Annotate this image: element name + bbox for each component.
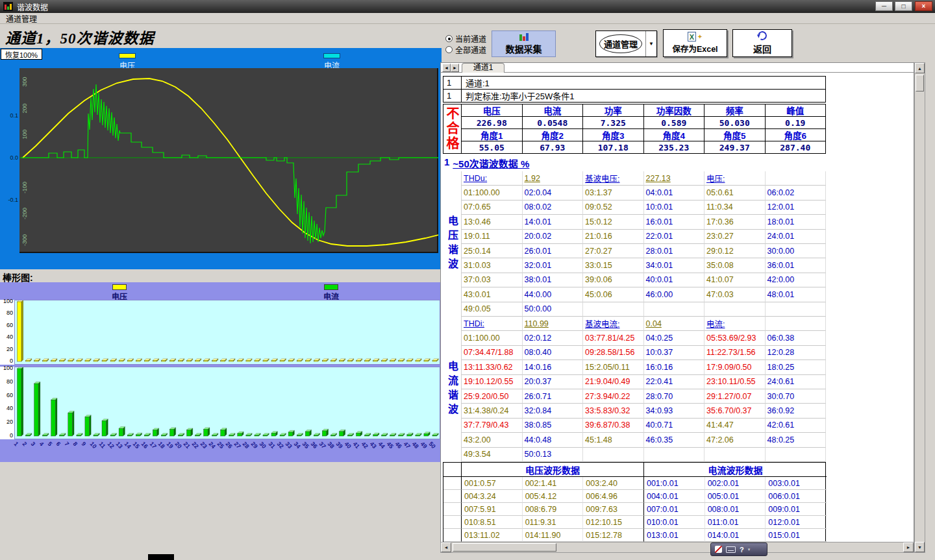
criteria-row-index: 1 xyxy=(443,90,462,102)
bar-legend-current: 电流 xyxy=(323,284,339,302)
channel-manage-button[interactable]: 通道管理 ▼ xyxy=(595,30,657,57)
maximize-button[interactable]: □ xyxy=(895,1,912,11)
bar-chart-section-label: 棒形图: xyxy=(3,271,33,284)
titlebar: 谐波数据 ─ □ × xyxy=(0,0,935,13)
horizontal-scrollbar[interactable]: ◄ ► xyxy=(440,542,914,553)
criteria-row-text: 判定标准:功率小于25W条件1 xyxy=(462,90,575,102)
data-collect-label: 数据采集 xyxy=(506,42,542,55)
channel-row-index: 1 xyxy=(443,77,462,89)
scroll-down-icon[interactable]: ▼ xyxy=(915,542,925,552)
ime-toolbar[interactable]: ? ▾ xyxy=(710,542,767,556)
ime-options-icon[interactable]: ▾ xyxy=(748,547,751,552)
restore-zoom-button[interactable]: 恢复100% xyxy=(1,49,42,60)
harmonics-title-index: 1 xyxy=(444,156,449,170)
current-harmonics-grid: THDi:110.99基波电流:0.04电流:01:100.0002:0.120… xyxy=(461,317,826,462)
help-icon[interactable]: ? xyxy=(740,546,744,554)
current-harmonics-side-label: 电流谐波 xyxy=(443,317,461,462)
radio-all-channels-icon[interactable] xyxy=(445,46,453,53)
refresh-return-icon xyxy=(756,30,768,42)
page-title: 通道1，50次谐波数据 xyxy=(5,26,155,48)
app-window: 谐波数据 ─ □ × 通道管理 通道1，50次谐波数据 恢复100% 电压 电流… xyxy=(0,0,935,560)
excel-icon: X ✦ xyxy=(688,32,703,42)
current-bar-swatch-icon xyxy=(324,284,338,290)
tab-scroll-left-icon[interactable]: ◄ xyxy=(442,64,451,72)
channel-row-text: 通道:1 xyxy=(462,77,490,89)
radio-current-channel-label: 当前通道 xyxy=(455,33,486,44)
pen-input-icon[interactable] xyxy=(715,546,722,553)
tab-channel-1[interactable]: 通道1 xyxy=(462,63,505,73)
radio-all-channels[interactable]: 全部通道 xyxy=(445,44,486,55)
window-title: 谐波数据 xyxy=(17,1,48,12)
bar-x-axis: 1234567891011121314151617181920212223242… xyxy=(0,439,442,462)
channel-manage-label: 通道管理 xyxy=(599,34,642,53)
waveform-table-header: 电压波形数据 电流波形数据 xyxy=(443,463,825,477)
waveform-header-spacer xyxy=(443,463,462,477)
data-collect-icon xyxy=(519,33,529,41)
save-excel-label: 保存为Excel xyxy=(672,42,717,55)
menu-channel-management[interactable]: 通道管理 xyxy=(6,13,37,24)
harmonics-title: 1 ~50次谐波数据 % xyxy=(444,156,529,170)
current-waveform-header: 电流波形数据 xyxy=(644,463,827,477)
summary-grid: 电压电流功率功率因数频率峰值226.980.05487.3250.58950.0… xyxy=(461,104,826,154)
app-icon xyxy=(3,2,13,11)
back-button[interactable]: 返回 xyxy=(732,29,792,57)
close-button[interactable]: × xyxy=(915,1,932,11)
data-collect-button[interactable]: 数据采集 xyxy=(492,30,556,57)
vertical-scrollbar-thumb[interactable] xyxy=(916,75,924,91)
waveform-chart-panel: 电压 电流 0.10.0-0.1 300200100-100-200-300 xyxy=(0,48,442,269)
criteria-row: 1 判定标准:功率小于25W条件1 xyxy=(443,90,825,103)
voltage-bar-y-axis: 100806040200 xyxy=(0,300,14,365)
channel-row: 1 通道:1 xyxy=(443,77,825,90)
horizontal-scrollbar-thumb[interactable] xyxy=(453,543,556,552)
voltage-harmonics-grid: THDu:1.92基波电压:227.13电压:01:100.0002:0.040… xyxy=(461,171,826,317)
voltage-harmonics-side-label: 电压谐波 xyxy=(443,171,461,317)
waveform-plot: 300200100-100-200-300 xyxy=(19,68,438,253)
save-excel-button[interactable]: X ✦ 保存为Excel xyxy=(663,29,727,57)
scroll-left-icon[interactable]: ◄ xyxy=(441,542,451,552)
current-bar-y-axis: 100806040200 xyxy=(0,367,14,439)
radio-all-channels-label: 全部通道 xyxy=(455,44,486,55)
verdict-badge: 不合格 xyxy=(443,104,462,154)
tab-scroll-right-icon[interactable]: ► xyxy=(451,64,459,72)
waveform-rows: 001:0.57002:1.41003:2.40001:0.01002:0.01… xyxy=(443,477,825,542)
bar-legend-voltage: 电压 xyxy=(112,284,127,302)
tab-strip-line xyxy=(440,72,914,73)
voltage-swatch-icon xyxy=(119,53,136,58)
scroll-up-icon[interactable]: ▲ xyxy=(915,63,925,73)
voltage-waveform-header: 电压波形数据 xyxy=(462,463,644,477)
current-bar-svg xyxy=(14,367,440,439)
vertical-scrollbar[interactable]: ▲ ▼ xyxy=(914,62,925,553)
bar-chart-panel: 电压 电流 100806040200 100806040200 12345678… xyxy=(0,282,442,462)
scroll-right-icon[interactable]: ► xyxy=(903,542,914,552)
menubar: 通道管理 xyxy=(0,13,935,24)
chevron-down-icon[interactable]: ▼ xyxy=(646,41,656,47)
radio-current-channel[interactable]: 当前通道 xyxy=(445,33,486,44)
wave-svg xyxy=(19,68,438,253)
minimize-button[interactable]: ─ xyxy=(875,1,893,11)
summary-rows: 1 通道:1 1 判定标准:功率小于25W条件1 xyxy=(443,76,826,103)
keyboard-icon[interactable] xyxy=(726,546,736,553)
voltage-bar-swatch-icon xyxy=(112,284,127,290)
harmonics-title-text: ~50次谐波数据 % xyxy=(453,156,529,170)
waveform-data-table: 电压波形数据 电流波形数据 001:0.57002:1.41003:2.4000… xyxy=(443,462,826,542)
current-swatch-icon xyxy=(323,53,340,58)
radio-current-channel-icon[interactable] xyxy=(445,35,453,42)
back-label: 返回 xyxy=(753,42,771,55)
taskbar-fragment xyxy=(148,554,174,560)
voltage-bar-svg xyxy=(14,300,440,365)
